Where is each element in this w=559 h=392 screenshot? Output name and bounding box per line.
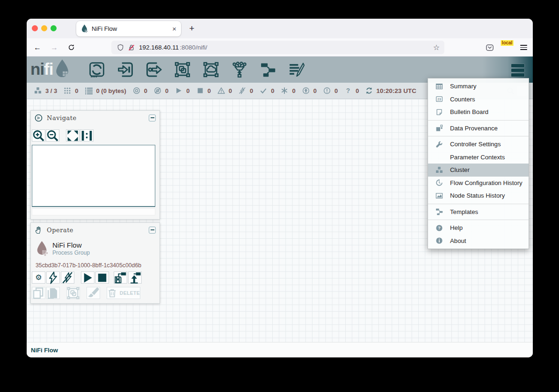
tab-title: NiFi Flow <box>92 25 168 32</box>
output-port-icon <box>146 62 162 78</box>
menu-item-cluster[interactable]: Cluster <box>428 164 529 177</box>
menu-item-help[interactable]: ?Help <box>428 221 529 235</box>
input-port-toolbar-button[interactable] <box>117 62 133 78</box>
color-button <box>87 287 100 299</box>
insecure-lock-icon[interactable] <box>128 44 135 51</box>
menu-item-controller-settings[interactable]: Controller Settings <box>428 138 529 151</box>
nifi-drop-icon <box>54 59 70 79</box>
menu-item-templates[interactable]: Templates <box>428 206 529 219</box>
flow-type: Process Group <box>52 249 90 256</box>
status-locally-modified: 0 <box>281 87 295 94</box>
data-provenance-icon <box>436 124 444 132</box>
back-button[interactable]: ← <box>30 38 44 57</box>
profile-avatar[interactable]: local <box>501 42 513 53</box>
upload-template-button[interactable] <box>128 271 142 284</box>
menu-item-data-provenance[interactable]: Data Provenance <box>428 122 529 135</box>
stale-icon <box>302 87 310 94</box>
zoom-fit-button[interactable] <box>66 129 80 142</box>
disable-button[interactable] <box>61 271 74 284</box>
remote-process-group-icon <box>203 62 219 78</box>
bookmark-star-icon[interactable]: ☆ <box>433 43 440 52</box>
threads-icon <box>64 87 71 94</box>
status-sync-failure: ?0 <box>344 87 359 94</box>
status-running: 0 <box>175 87 189 94</box>
navigate-title: Navigate <box>47 114 145 121</box>
label-toolbar-button[interactable] <box>289 62 305 78</box>
help-icon: ? <box>436 224 444 232</box>
processor-icon <box>89 62 105 78</box>
pocket-icon[interactable] <box>486 43 494 52</box>
configuration-button[interactable]: ⚙ <box>32 271 45 284</box>
new-tab-button[interactable]: + <box>186 22 198 35</box>
trash-icon <box>107 288 117 298</box>
invalid-icon <box>218 87 225 94</box>
running-icon <box>175 87 182 94</box>
logo-text-ni: ni <box>30 60 44 78</box>
remote-process-group-toolbar-button[interactable] <box>203 62 219 78</box>
stop-button[interactable] <box>95 271 109 284</box>
nifi-logo: nifi <box>30 59 70 79</box>
svg-text:23: 23 <box>437 98 441 101</box>
zoom-out-button[interactable] <box>46 129 59 142</box>
process-group-toolbar-button[interactable] <box>174 62 190 78</box>
processor-toolbar-button[interactable] <box>89 62 105 78</box>
template-menu-icon <box>436 208 444 215</box>
status-active-threads: 0 <box>64 87 78 94</box>
last-refresh[interactable]: 10:20:23 UTC <box>365 87 416 94</box>
queued-icon <box>85 87 93 94</box>
zoom-in-button[interactable] <box>32 129 45 142</box>
funnel-toolbar-button[interactable] <box>232 62 247 78</box>
template-toolbar-button[interactable] <box>260 62 276 78</box>
menu-item-summary[interactable]: Summary <box>428 80 529 93</box>
status-total-queued: 0 (0 bytes) <box>85 87 126 94</box>
zoom-window-button[interactable] <box>51 25 57 31</box>
process-group-icon <box>174 62 190 78</box>
menu-item-bulletin-board[interactable]: Bulletin Board <box>428 106 529 119</box>
menu-item-node-status-history[interactable]: Node Status History <box>428 189 529 202</box>
cluster-icon <box>34 87 42 94</box>
firefox-menu-button[interactable] <box>520 44 527 51</box>
url-bar[interactable]: 192.168.40.11 :8080/nifi/ ☆ <box>111 41 444 54</box>
shield-icon[interactable] <box>117 44 124 51</box>
delete-button: DELETE <box>107 287 140 299</box>
component-toolbar <box>89 62 305 78</box>
url-path: :8080/nifi/ <box>180 44 207 51</box>
stop-icon <box>96 271 109 284</box>
operate-collapse-button[interactable] <box>149 227 156 234</box>
enable-button[interactable] <box>46 271 60 284</box>
nifi-favicon-icon <box>81 24 88 33</box>
browser-toolbar-right: local <box>486 38 527 57</box>
operate-title: Operate <box>47 227 145 234</box>
paste-button <box>46 287 60 299</box>
browser-tab[interactable]: NiFi Flow × <box>76 21 181 36</box>
global-menu-button[interactable] <box>511 64 524 78</box>
not-transmitting-icon <box>154 87 161 94</box>
about-icon <box>436 237 444 244</box>
status-invalid: 0 <box>218 87 232 94</box>
output-port-toolbar-button[interactable] <box>146 62 162 78</box>
upload-template-icon <box>129 271 141 284</box>
menu-item-counters[interactable]: 23Counters <box>428 93 529 106</box>
actual-size-icon <box>80 129 93 142</box>
lightning-icon <box>47 271 59 284</box>
save-template-button[interactable] <box>114 271 127 284</box>
zoom-actual-button[interactable] <box>80 129 94 142</box>
menu-group: Controller SettingsParameter ContextsClu… <box>428 136 529 204</box>
sync-failure-icon: ? <box>344 87 352 94</box>
menu-item-parameter-contexts[interactable]: Parameter Contexts <box>428 151 529 164</box>
hand-icon <box>35 226 43 234</box>
navigate-collapse-button[interactable] <box>149 114 156 121</box>
last-refresh-time: 10:20:23 UTC <box>376 87 416 94</box>
minimize-window-button[interactable] <box>41 25 47 31</box>
breadcrumb[interactable]: NiFi Flow <box>31 347 58 354</box>
menu-item-about[interactable]: About <box>428 235 529 248</box>
start-button[interactable] <box>81 271 94 284</box>
tab-close-icon[interactable]: × <box>172 25 176 32</box>
refresh-icon[interactable] <box>365 87 373 94</box>
profile-badge: local <box>501 40 514 46</box>
zoom-out-icon <box>46 129 59 142</box>
menu-item-flow-configuration-history[interactable]: Flow Configuration History <box>428 177 529 190</box>
close-window-button[interactable] <box>32 25 38 31</box>
reload-button[interactable] <box>64 38 78 57</box>
birdseye-view[interactable] <box>32 145 155 207</box>
